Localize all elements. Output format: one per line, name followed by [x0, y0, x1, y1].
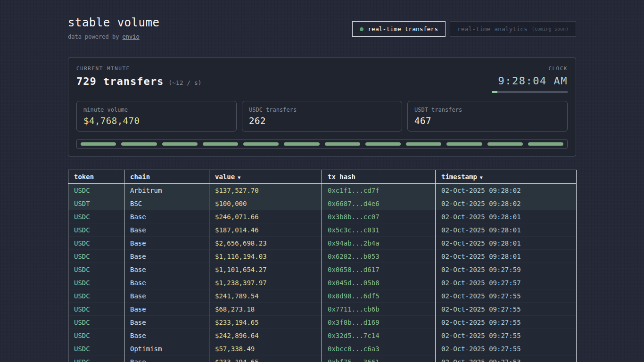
tab-realtime-analytics: real-time analytics (coming soon) — [450, 21, 576, 37]
activity-segment — [243, 142, 279, 146]
tx-hash-link[interactable]: 0x32d5...7c14 — [322, 329, 436, 342]
chain-cell: Base — [124, 210, 209, 223]
activity-segment — [528, 142, 563, 146]
table-row: USDTBSC$100,0000x6687...d4e602-Oct-2025 … — [68, 197, 577, 210]
tx-hash-link[interactable]: 0x045d...05b8 — [322, 276, 436, 289]
transfers-summary: CURRENT MINUTE 729 transfers (~12 / s) — [76, 66, 202, 93]
activity-segment — [162, 142, 198, 146]
table-row: USDCBase$242,896.640x32d5...7c1402-Oct-2… — [68, 329, 577, 342]
timestamp-cell: 02-Oct-2025 09:28:01 — [436, 250, 577, 263]
token-cell: USDC — [68, 303, 124, 316]
minute-volume-value: $4,768,470 — [83, 115, 230, 126]
page-title: stable volume — [68, 16, 159, 29]
table-row: USDCBase$68,273.180x7711...cb6b02-Oct-20… — [68, 303, 577, 316]
tx-hash-link[interactable]: 0x7711...cb6b — [322, 303, 436, 316]
minute-progress-track — [492, 91, 568, 93]
chain-cell: Base — [124, 223, 209, 237]
value-cell: $137,527.70 — [209, 184, 322, 197]
column-header-token: token — [68, 170, 124, 184]
table-row: USDCBase$241,789.540x8d98...6df502-Oct-2… — [68, 289, 577, 303]
timestamp-cell: 02-Oct-2025 09:27:57 — [436, 276, 577, 289]
column-label: chain — [130, 173, 150, 181]
token-cell: USDC — [68, 342, 124, 355]
column-label: token — [74, 173, 94, 181]
activity-segment — [81, 142, 116, 146]
value-cell: $1,101,654.27 — [209, 263, 322, 276]
token-cell: USDC — [68, 223, 124, 237]
value-cell: $241,789.54 — [209, 289, 322, 303]
timestamp-cell: 02-Oct-2025 09:28:02 — [436, 184, 577, 197]
value-cell: $68,273.18 — [209, 303, 322, 316]
value-cell: $233,194.65 — [209, 316, 322, 329]
tab-label: real-time analytics — [457, 25, 528, 33]
tx-hash-link[interactable]: 0x3f8b...d169 — [322, 316, 436, 329]
timestamp-cell: 02-Oct-2025 09:27:55 — [436, 342, 577, 355]
transfers-table-wrap: token chain value▼ tx hash timestamp▼ US… — [68, 170, 576, 362]
tx-hash-link[interactable]: 0x6282...b053 — [322, 250, 436, 263]
tx-hash-link[interactable]: 0x3b8b...cc07 — [322, 210, 436, 223]
usdt-transfers-value: 467 — [414, 115, 561, 126]
tx-hash-link[interactable]: 0x94ab...2b4a — [322, 237, 436, 250]
activity-segment — [284, 142, 319, 146]
current-minute-card: CURRENT MINUTE 729 transfers (~12 / s) C… — [68, 58, 576, 156]
chain-cell: Arbitrum — [124, 184, 209, 197]
tx-hash-link[interactable]: 0x8d98...6df5 — [322, 289, 436, 303]
page-container: stable volume data powered by envio real… — [68, 0, 576, 362]
table-row: USDCBase$233,194.650xbf75...366102-Oct-2… — [68, 355, 577, 362]
activity-segments-bar — [76, 139, 568, 149]
top-bar: stable volume data powered by envio real… — [68, 0, 576, 40]
tx-hash-link[interactable]: 0x6687...d4e6 — [322, 197, 436, 210]
tx-hash-link[interactable]: 0x5c3c...c031 — [322, 223, 436, 237]
chain-cell: Base — [124, 316, 209, 329]
activity-segment — [446, 142, 482, 146]
timestamp-cell: 02-Oct-2025 09:27:55 — [436, 303, 577, 316]
usdt-transfers-label: USDT transfers — [414, 107, 561, 113]
chain-cell: Base — [124, 276, 209, 289]
title-block: stable volume data powered by envio — [68, 16, 159, 40]
value-cell: $1,116,194.03 — [209, 250, 322, 263]
token-cell: USDC — [68, 184, 124, 197]
timestamp-cell: 02-Oct-2025 09:28:01 — [436, 237, 577, 250]
live-dot-icon — [360, 27, 363, 31]
transfers-table: token chain value▼ tx hash timestamp▼ US… — [68, 170, 577, 362]
chain-cell: Base — [124, 355, 209, 362]
value-cell: $187,014.46 — [209, 223, 322, 237]
timestamp-cell: 02-Oct-2025 09:27:53 — [436, 355, 577, 362]
token-cell: USDC — [68, 276, 124, 289]
usdc-transfers-value: 262 — [249, 115, 395, 126]
minute-progress-fill — [492, 91, 497, 93]
chain-cell: Base — [124, 289, 209, 303]
coming-soon-badge: (coming soon) — [532, 26, 569, 32]
token-cell: USDC — [68, 210, 124, 223]
timestamp-cell: 02-Oct-2025 09:28:02 — [436, 197, 577, 210]
activity-segment — [406, 142, 441, 146]
envio-link[interactable]: envio — [123, 33, 140, 40]
chain-cell: Base — [124, 303, 209, 316]
activity-segment — [121, 142, 157, 146]
timestamp-cell: 02-Oct-2025 09:28:01 — [436, 223, 577, 237]
token-cell: USDT — [68, 197, 124, 210]
table-row: USDCBase$2,656,698.230x94ab...2b4a02-Oct… — [68, 237, 577, 250]
column-label: timestamp — [441, 173, 477, 181]
subtitle: data powered by envio — [68, 33, 159, 40]
value-cell: $246,071.66 — [209, 210, 322, 223]
activity-segment — [325, 142, 360, 146]
subtitle-text: data powered by — [68, 33, 123, 40]
activity-segment — [365, 142, 401, 146]
table-row: USDCOptimism$57,338.490xbcc0...c6a302-Oc… — [68, 342, 577, 355]
tab-label: real-time transfers — [368, 25, 438, 33]
sort-desc-icon: ▼ — [480, 175, 483, 180]
table-row: USDCArbitrum$137,527.700xc1f1...cd7f02-O… — [68, 184, 577, 197]
tx-hash-link[interactable]: 0xbcc0...c6a3 — [322, 342, 436, 355]
tx-hash-link[interactable]: 0xc1f1...cd7f — [322, 184, 436, 197]
tx-hash-link[interactable]: 0xbf75...3661 — [322, 355, 436, 362]
chain-cell: Optimism — [124, 342, 209, 355]
token-cell: USDC — [68, 237, 124, 250]
column-header-timestamp[interactable]: timestamp▼ — [436, 170, 577, 184]
sort-desc-icon: ▼ — [238, 175, 240, 180]
token-cell: USDC — [68, 316, 124, 329]
chain-cell: Base — [124, 263, 209, 276]
tx-hash-link[interactable]: 0x0658...d617 — [322, 263, 436, 276]
column-header-value[interactable]: value▼ — [209, 170, 322, 184]
tab-realtime-transfers[interactable]: real-time transfers — [352, 21, 446, 37]
